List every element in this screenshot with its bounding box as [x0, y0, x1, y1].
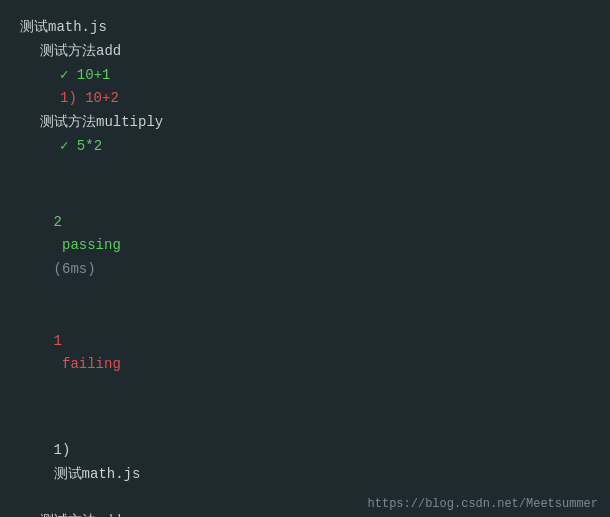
failure-index-suite: 1) 测试math.js [20, 415, 590, 510]
terminal-window: 测试math.js 测试方法add ✓ 10+1 1) 10+2 测试方法mul… [0, 0, 610, 517]
test-fail-10plus2: 1) 10+2 [20, 87, 590, 111]
test-pass-10plus1: ✓ 10+1 [20, 64, 590, 88]
failing-label: failing [54, 356, 121, 372]
method-multiply-label: 测试方法multiply [20, 111, 590, 135]
summary-failing: 1 failing [20, 306, 590, 401]
summary-passing: 2 passing (6ms) [20, 187, 590, 306]
failure-method: 测试方法add [20, 510, 590, 517]
failing-count: 1 [54, 333, 62, 349]
method-add-label: 测试方法add [20, 40, 590, 64]
failure-index: 1) [54, 442, 88, 458]
passing-time: (6ms) [54, 261, 96, 277]
passing-count: 2 [54, 214, 62, 230]
footer-url: https://blog.csdn.net/Meetsummer [368, 497, 598, 511]
passing-label: passing [54, 237, 130, 253]
suite-title: 测试math.js [20, 16, 590, 40]
failure-suite-name: 测试math.js [54, 466, 141, 482]
test-pass-5times2: ✓ 5*2 [20, 135, 590, 159]
